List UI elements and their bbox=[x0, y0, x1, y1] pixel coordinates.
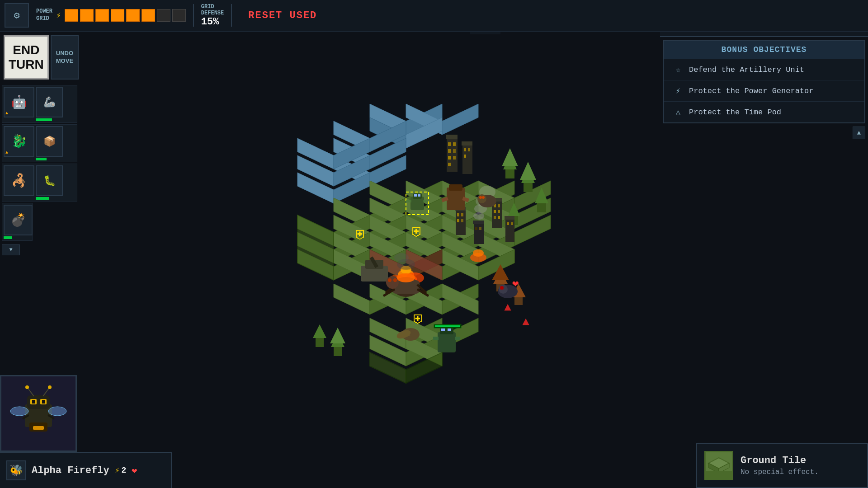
power-bar-7 bbox=[157, 9, 170, 22]
svg-rect-138 bbox=[468, 148, 470, 151]
unit-3-portrait: 🦂 bbox=[4, 165, 34, 196]
unit-1-hp-bar bbox=[36, 118, 52, 121]
svg-rect-161 bbox=[479, 227, 481, 230]
scroll-objectives-button[interactable]: ▲ bbox=[853, 127, 865, 139]
unit-3-icon: 🦂 bbox=[11, 173, 27, 188]
svg-point-196 bbox=[388, 278, 392, 282]
svg-point-197 bbox=[393, 278, 397, 282]
svg-rect-132 bbox=[448, 156, 451, 160]
power-bar-6 bbox=[142, 9, 155, 22]
unit-row-3[interactable]: 🦂 🐛 bbox=[2, 164, 77, 202]
svg-rect-158 bbox=[474, 221, 484, 244]
svg-rect-13 bbox=[33, 426, 44, 430]
unit-2-alt: 📦 bbox=[36, 126, 63, 160]
svg-point-198 bbox=[397, 273, 415, 282]
unit-row-1[interactable]: 🤖 ▲ 🦾 bbox=[2, 85, 77, 123]
svg-rect-134 bbox=[448, 163, 451, 166]
svg-marker-223 bbox=[297, 215, 334, 280]
unit-2-hp-bar bbox=[36, 158, 47, 160]
svg-point-213 bbox=[500, 286, 504, 290]
svg-rect-137 bbox=[464, 148, 466, 151]
portrait-svg bbox=[2, 377, 75, 450]
svg-rect-145 bbox=[498, 210, 500, 213]
unit-1-portrait: 🤖 ▲ bbox=[4, 87, 34, 117]
svg-text:⛨: ⛨ bbox=[412, 313, 425, 327]
svg-marker-111 bbox=[520, 162, 536, 180]
left-panel: End Turn UNDOMOVE 🤖 ▲ 🦾 🐉 ▲ 📦 bbox=[0, 32, 79, 257]
selected-unit-icon: 🐝 bbox=[6, 460, 26, 480]
unit-3-alt: 🐛 bbox=[36, 165, 63, 200]
svg-point-19 bbox=[48, 385, 52, 389]
svg-rect-144 bbox=[494, 210, 496, 213]
bonus-objectives-panel: Bonus Objectives ☆ Defend the Artillery … bbox=[663, 40, 865, 123]
svg-point-200 bbox=[477, 194, 486, 203]
tile-svg bbox=[707, 456, 731, 475]
grid-defense-value: 15% bbox=[201, 16, 219, 28]
svg-rect-156 bbox=[457, 219, 459, 222]
svg-rect-178 bbox=[414, 194, 417, 197]
svg-point-162 bbox=[473, 212, 484, 220]
power-bar-2 bbox=[80, 9, 94, 22]
svg-rect-207 bbox=[433, 337, 439, 340]
svg-rect-208 bbox=[455, 337, 460, 340]
svg-point-172 bbox=[473, 249, 484, 257]
reset-used-label: RESET USED bbox=[248, 10, 317, 21]
svg-marker-108 bbox=[502, 148, 518, 166]
svg-point-10 bbox=[10, 407, 28, 416]
svg-rect-149 bbox=[505, 216, 514, 220]
grid-defense-section: GRIDDEFENSE 15% bbox=[201, 4, 224, 28]
svg-rect-150 bbox=[507, 222, 509, 225]
power-bars bbox=[65, 9, 186, 22]
svg-rect-133 bbox=[453, 156, 456, 160]
svg-rect-129 bbox=[453, 142, 456, 146]
svg-marker-125 bbox=[313, 324, 326, 338]
svg-rect-210 bbox=[435, 325, 460, 327]
svg-rect-8 bbox=[32, 400, 35, 404]
unit-2-portrait: 🐉 ▲ bbox=[4, 126, 34, 157]
svg-point-201 bbox=[479, 196, 482, 199]
power-bar-4 bbox=[111, 9, 124, 22]
top-bar: ⚙ POWER GRID ⚡ GRIDDEFENSE 15% RESET USE… bbox=[0, 0, 868, 32]
bonus-objectives-title: Bonus Objectives bbox=[722, 45, 807, 54]
svg-rect-155 bbox=[461, 213, 463, 216]
svg-rect-206 bbox=[448, 328, 451, 331]
svg-rect-139 bbox=[464, 155, 466, 158]
svg-text:❤: ❤ bbox=[512, 278, 519, 290]
svg-rect-183 bbox=[449, 184, 462, 191]
svg-rect-160 bbox=[475, 227, 477, 230]
objective-1-text: Defend the Artillery Unit bbox=[689, 66, 804, 74]
unit-2-icon: 🐉 bbox=[11, 134, 27, 149]
gear-button[interactable]: ⚙ bbox=[5, 3, 29, 28]
svg-rect-180 bbox=[406, 200, 411, 202]
svg-rect-151 bbox=[511, 222, 513, 225]
svg-text:⛨: ⛨ bbox=[411, 225, 424, 239]
unit-2-alt-portrait: 📦 bbox=[36, 126, 63, 157]
map-area[interactable]: ❤ ▲ ▲ ⛨ ⛨ ⛨ bbox=[79, 32, 660, 488]
svg-rect-182 bbox=[447, 188, 465, 210]
objective-2-icon: ⚡ bbox=[673, 86, 684, 96]
objective-2: ⚡ Protect the Power Generator bbox=[664, 80, 864, 101]
svg-point-11 bbox=[48, 407, 66, 416]
svg-rect-179 bbox=[418, 194, 420, 197]
unit-single[interactable]: 💣 bbox=[2, 203, 33, 241]
svg-text:▲: ▲ bbox=[504, 301, 511, 314]
power-grid-section: POWER GRID ⚡ bbox=[36, 8, 186, 22]
divider-2 bbox=[231, 4, 232, 27]
unit-single-portrait: 💣 bbox=[4, 205, 33, 235]
svg-rect-146 bbox=[494, 216, 496, 219]
unit-3-alt-portrait: 🐛 bbox=[36, 165, 63, 196]
ground-tile-panel: Ground Tile No special effect. bbox=[696, 443, 868, 488]
end-turn-button[interactable]: End Turn bbox=[4, 35, 49, 80]
undo-move-button[interactable]: UNDOMOVE bbox=[51, 35, 79, 80]
svg-rect-203 bbox=[438, 332, 456, 352]
unit-3-hp-bar bbox=[36, 197, 49, 200]
svg-rect-154 bbox=[457, 213, 459, 216]
unit-1-alt-portrait: 🦾 bbox=[36, 87, 63, 117]
scroll-down-button[interactable]: ▼ bbox=[2, 244, 20, 255]
unit-2-corner-icon: ▲ bbox=[5, 150, 8, 155]
svg-marker-23 bbox=[442, 104, 478, 135]
unit-row-2[interactable]: 🐉 ▲ 📦 bbox=[2, 124, 77, 162]
unit-large-portrait bbox=[0, 375, 77, 452]
svg-rect-148 bbox=[505, 217, 514, 242]
isometric-map-svg[interactable]: ❤ ▲ ▲ ⛨ ⛨ ⛨ bbox=[166, 90, 573, 429]
